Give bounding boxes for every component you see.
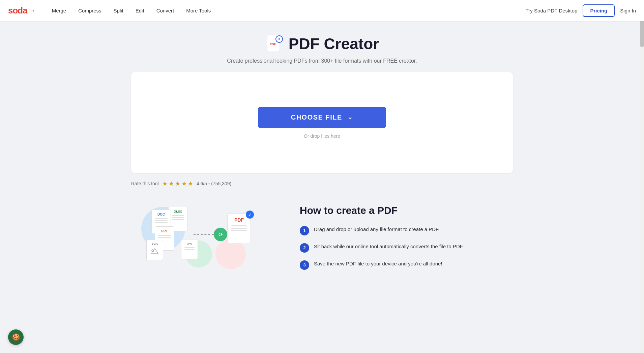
cookie-consent-button[interactable]: 🍪 bbox=[8, 329, 24, 345]
png-file-icon: PNG bbox=[146, 240, 163, 260]
choose-file-label: CHOOSE FILE bbox=[291, 114, 342, 121]
svg-text:✦: ✦ bbox=[277, 37, 281, 41]
navbar-right: Try Soda PDF Desktop Pricing Sign In bbox=[526, 4, 636, 17]
rating-label: Rate this tool bbox=[131, 181, 159, 186]
pricing-button[interactable]: Pricing bbox=[583, 4, 615, 17]
nav-merge[interactable]: Merge bbox=[47, 5, 72, 16]
upload-area[interactable]: CHOOSE FILE ⌄ Or drop files here bbox=[131, 72, 513, 173]
step-number-1: 1 bbox=[300, 226, 309, 235]
logo-text: soda→ bbox=[8, 5, 36, 16]
navbar: soda→ Merge Compress Split Edit Convert … bbox=[0, 0, 644, 21]
pdf-doc-icon: ✓ PDF bbox=[227, 214, 251, 243]
step-item-1: 1 Drag and drop or upload any file forma… bbox=[300, 226, 513, 235]
nav-compress[interactable]: Compress bbox=[73, 5, 107, 16]
how-to-illustration: DOC XLSX bbox=[131, 203, 273, 271]
choose-file-button[interactable]: CHOOSE FILE ⌄ bbox=[258, 107, 386, 128]
pdf-result-file: ✓ PDF bbox=[227, 214, 251, 243]
step-item-2: 2 Sit back while our online tool automat… bbox=[300, 243, 513, 253]
try-desktop-link[interactable]: Try Soda PDF Desktop bbox=[526, 8, 578, 13]
signin-button[interactable]: Sign In bbox=[620, 8, 636, 13]
star-4[interactable]: ★ bbox=[181, 180, 187, 187]
check-badge-icon: ✓ bbox=[246, 211, 254, 219]
rating-value: 4.6/5 - (755,309) bbox=[197, 181, 232, 186]
svg-marker-5 bbox=[151, 249, 158, 253]
chevron-down-icon: ⌄ bbox=[348, 114, 353, 121]
step-text-2: Sit back while our online tool automatic… bbox=[314, 243, 464, 251]
step-text-1: Drag and drop or upload any file format … bbox=[314, 226, 440, 233]
dashed-arrow-left bbox=[194, 234, 214, 235]
nav-edit[interactable]: Edit bbox=[130, 5, 150, 16]
hero-section: PDF ✦ PDF Creator Create professional lo… bbox=[131, 34, 513, 64]
jpg-file-icon: JPG bbox=[181, 239, 198, 259]
step-list: 1 Drag and drop or upload any file forma… bbox=[300, 226, 513, 270]
pdf-label-text: PDF bbox=[234, 217, 244, 223]
step-text-3: Save the new PDF file to your device and… bbox=[314, 260, 442, 268]
step-number-2: 2 bbox=[300, 243, 309, 253]
pdf-creator-icon: PDF ✦ bbox=[265, 34, 284, 53]
page-title: PDF Creator bbox=[289, 35, 379, 53]
step-item-3: 3 Save the new PDF file to your device a… bbox=[300, 260, 513, 270]
how-to-title: How to create a PDF bbox=[300, 205, 513, 216]
convert-icon: ⟳ bbox=[214, 228, 227, 241]
nav-menu: Merge Compress Split Edit Convert More T… bbox=[47, 5, 526, 16]
cookie-icon: 🍪 bbox=[12, 333, 20, 341]
main-content: PDF ✦ PDF Creator Create professional lo… bbox=[123, 21, 521, 291]
nav-convert[interactable]: Convert bbox=[151, 5, 180, 16]
drop-hint-text: Or drop files here bbox=[304, 133, 340, 139]
svg-text:PDF: PDF bbox=[270, 42, 276, 46]
how-to-text: How to create a PDF 1 Drag and drop or u… bbox=[300, 205, 513, 270]
hero-subtitle: Create professional looking PDFs from 30… bbox=[131, 58, 513, 64]
rating-row: Rate this tool ★ ★ ★ ★ ★ 4.6/5 - (755,30… bbox=[131, 180, 513, 187]
star-5[interactable]: ★ bbox=[188, 180, 193, 187]
logo[interactable]: soda→ bbox=[8, 5, 36, 16]
star-rating[interactable]: ★ ★ ★ ★ ★ bbox=[162, 180, 193, 187]
star-2[interactable]: ★ bbox=[169, 180, 174, 187]
nav-split[interactable]: Split bbox=[108, 5, 129, 16]
scrollbar-track[interactable] bbox=[640, 0, 644, 353]
bg-circle-pink bbox=[215, 239, 246, 269]
hero-title-row: PDF ✦ PDF Creator bbox=[131, 34, 513, 53]
star-1[interactable]: ★ bbox=[162, 180, 168, 187]
how-to-section: DOC XLSX bbox=[131, 203, 513, 271]
nav-more-tools[interactable]: More Tools bbox=[181, 5, 216, 16]
star-3[interactable]: ★ bbox=[175, 180, 180, 187]
step-number-3: 3 bbox=[300, 260, 309, 270]
